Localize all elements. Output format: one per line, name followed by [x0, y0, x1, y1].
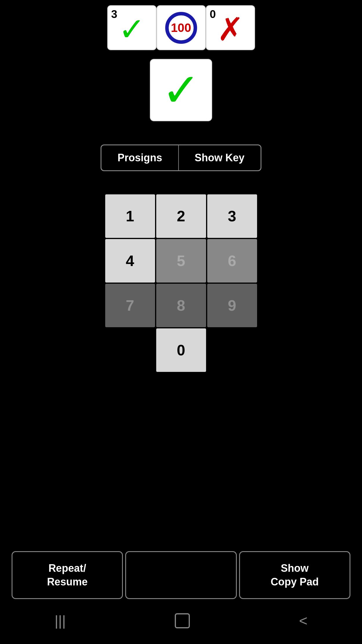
- menu-icon[interactable]: |||: [54, 612, 66, 629]
- correct-count: 3: [111, 8, 117, 21]
- tabs-container: Prosigns Show Key: [0, 144, 362, 171]
- middle-button[interactable]: [125, 551, 237, 599]
- back-icon[interactable]: <: [299, 612, 308, 629]
- repeat-resume-button[interactable]: Repeat/Resume: [12, 551, 123, 599]
- tab-prosigns[interactable]: Prosigns: [101, 144, 178, 171]
- home-icon[interactable]: [175, 613, 190, 628]
- numpad-0[interactable]: 0: [156, 328, 206, 372]
- score-box: 100: [157, 5, 206, 50]
- numpad-1[interactable]: 1: [105, 194, 155, 238]
- numpad-3[interactable]: 3: [207, 194, 257, 238]
- show-copy-pad-button[interactable]: ShowCopy Pad: [239, 551, 350, 599]
- numpad-2[interactable]: 2: [156, 194, 206, 238]
- numpad-row-4: 0: [156, 328, 206, 372]
- large-check-box: ✓: [150, 59, 212, 121]
- numpad-8[interactable]: 8: [156, 284, 206, 327]
- x-icon: ✗: [217, 13, 244, 45]
- score-value: 100: [171, 21, 191, 35]
- numpad-5[interactable]: 5: [156, 239, 206, 283]
- bottom-buttons: Repeat/Resume ShowCopy Pad: [0, 551, 362, 599]
- tab-showkey[interactable]: Show Key: [179, 144, 261, 171]
- numpad-row-2: 4 5 6: [105, 239, 257, 283]
- numpad-row-3: 7 8 9: [105, 284, 257, 327]
- check-icon: ✓: [119, 13, 145, 45]
- numpad-4[interactable]: 4: [105, 239, 155, 283]
- wrong-count: 0: [210, 8, 216, 21]
- numpad-6[interactable]: 6: [207, 239, 257, 283]
- wrong-count-box: 0 ✗: [206, 5, 255, 50]
- numpad: 1 2 3 4 5 6 7 8 9 0: [0, 194, 362, 372]
- numpad-7[interactable]: 7: [105, 284, 155, 327]
- numpad-row-1: 1 2 3: [105, 194, 257, 238]
- correct-count-box: 3 ✓: [107, 5, 157, 50]
- numpad-9[interactable]: 9: [207, 284, 257, 327]
- nav-bar: ||| <: [0, 603, 362, 644]
- stats-row: 3 ✓ 100 0 ✗: [0, 0, 362, 50]
- large-check-icon: ✓: [162, 67, 201, 113]
- score-circle: 100: [165, 12, 197, 44]
